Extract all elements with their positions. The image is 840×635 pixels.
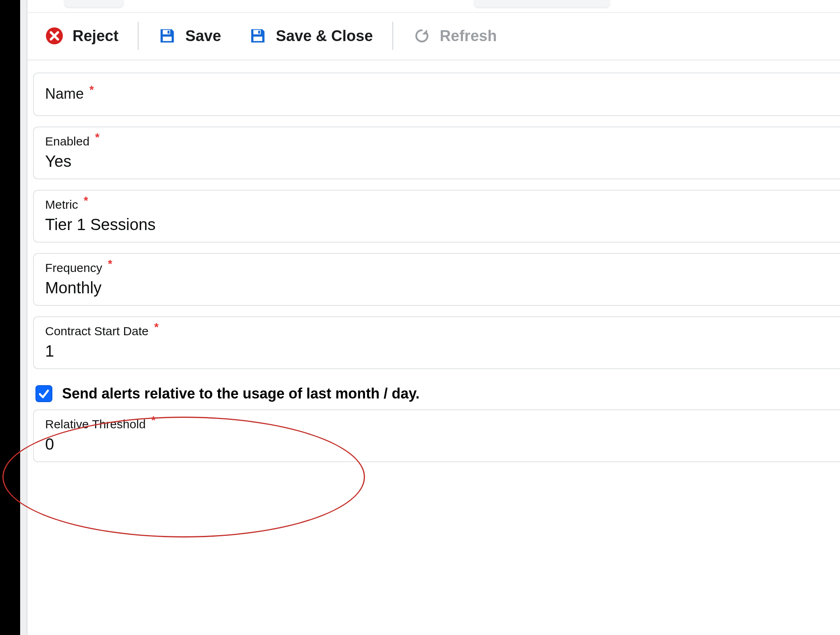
metric-field[interactable]: Metric * Tier 1 Sessions: [33, 190, 840, 243]
enabled-label: Enabled: [45, 135, 89, 148]
refresh-button[interactable]: Refresh: [407, 24, 503, 48]
relative-alerts-row: Send alerts relative to the usage of las…: [27, 380, 840, 409]
save-close-icon: [249, 27, 267, 45]
save-label: Save: [185, 27, 221, 45]
save-button[interactable]: Save: [152, 24, 227, 48]
toolbar-separator: [138, 22, 139, 50]
relative-threshold-value: 0: [45, 431, 829, 453]
contract-start-value: 1: [45, 338, 829, 360]
svg-rect-3: [163, 37, 172, 41]
reject-icon: [45, 27, 64, 45]
required-marker: *: [151, 414, 156, 427]
frequency-label: Frequency: [45, 261, 102, 275]
name-label: Name: [45, 85, 84, 102]
save-close-label: Save & Close: [276, 27, 373, 45]
reject-button[interactable]: Reject: [39, 24, 124, 48]
relative-alerts-checkbox[interactable]: [35, 385, 52, 402]
required-marker: *: [108, 257, 112, 270]
left-gutter: [20, 0, 27, 635]
enabled-field[interactable]: Enabled * Yes: [33, 127, 840, 179]
form: Name * Enabled * Yes Metric * Tier 1 Ses…: [27, 60, 840, 462]
relative-threshold-label: Relative Threshold: [45, 417, 146, 431]
svg-rect-5: [258, 31, 260, 33]
required-marker: *: [89, 83, 94, 96]
svg-rect-6: [253, 37, 262, 41]
save-close-button[interactable]: Save & Close: [243, 24, 379, 48]
relative-alerts-label: Send alerts relative to the usage of las…: [62, 385, 420, 402]
save-icon: [158, 27, 176, 45]
required-marker: *: [84, 194, 88, 207]
svg-rect-2: [168, 31, 170, 33]
refresh-label: Refresh: [440, 27, 497, 45]
required-marker: *: [95, 131, 100, 144]
frequency-value: Monthly: [45, 275, 829, 297]
refresh-icon: [413, 27, 431, 45]
reject-label: Reject: [73, 27, 118, 45]
metric-value: Tier 1 Sessions: [45, 212, 829, 234]
metric-label: Metric: [45, 198, 78, 212]
name-field[interactable]: Name *: [33, 73, 840, 116]
required-marker: *: [154, 321, 159, 334]
toolbar: Reject Save: [27, 13, 840, 60]
toolbar-separator-2: [392, 22, 393, 50]
contract-start-field[interactable]: Contract Start Date * 1: [33, 316, 840, 369]
frequency-field[interactable]: Frequency * Monthly: [33, 253, 840, 306]
relative-threshold-field[interactable]: Relative Threshold * 0: [33, 409, 840, 462]
contract-start-label: Contract Start Date: [45, 324, 149, 338]
enabled-value: Yes: [45, 148, 829, 170]
top-header-hint: [27, 0, 840, 13]
